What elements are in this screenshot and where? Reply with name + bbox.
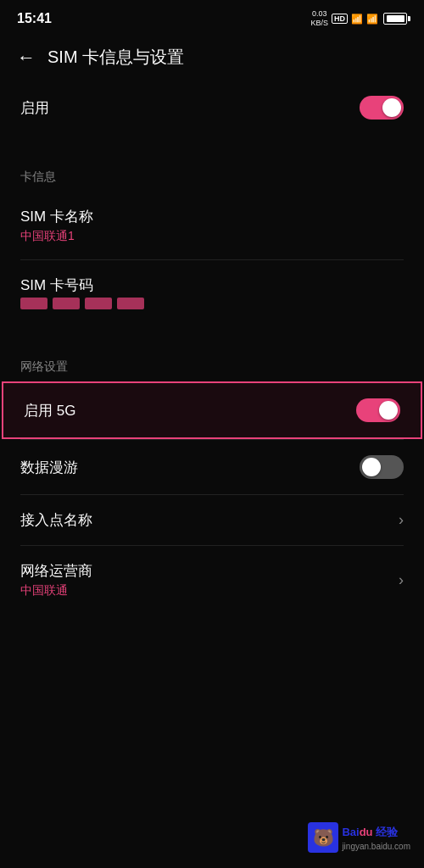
carrier-label: 网络运营商	[20, 561, 92, 581]
mask-block-3	[85, 298, 112, 309]
mask-block-4	[117, 298, 144, 309]
baidu-logo: 🐻 Baidu 经验 jingyan.baidu.com	[308, 822, 410, 853]
status-bar: 15:41 0.03 KB/S HD 📶 📶	[0, 0, 424, 34]
enable-5g-label: 启用 5G	[24, 401, 75, 420]
enable-5g-item: 启用 5G	[2, 381, 422, 439]
baidu-brand: Baidu 经验	[342, 825, 410, 840]
network-section: 网络设置	[0, 342, 424, 381]
back-button[interactable]: ←	[17, 47, 36, 69]
data-roaming-toggle[interactable]	[360, 455, 404, 479]
sim-name-group: SIM 卡名称 中国联通1	[20, 207, 93, 244]
status-time: 15:41	[17, 11, 52, 26]
baidu-text-group: Baidu 经验 jingyan.baidu.com	[342, 825, 410, 851]
data-roaming-item: 数据漫游	[0, 440, 424, 494]
apn-label: 接入点名称	[20, 510, 92, 530]
sim-number-label: SIM 卡号码	[20, 275, 144, 295]
apn-chevron-icon: ›	[399, 511, 404, 529]
sim-number-group: SIM 卡号码	[20, 275, 144, 309]
mask-block-1	[20, 298, 47, 309]
mask-block-2	[53, 298, 80, 309]
card-info-section: 卡信息	[0, 152, 424, 192]
carrier-chevron-icon: ›	[399, 571, 404, 589]
status-icons: 0.03 KB/S HD 📶 📶	[310, 9, 407, 28]
battery-icon	[383, 13, 407, 25]
enable-setting-item: 启用	[0, 81, 424, 135]
signal2-icon: 📶	[366, 14, 378, 25]
sim-number-masked	[20, 298, 144, 309]
carrier-value: 中国联通	[20, 583, 92, 598]
enable-5g-toggle[interactable]	[356, 398, 400, 422]
data-roaming-label: 数据漫游	[20, 458, 78, 477]
sim-number-item[interactable]: SIM 卡号码	[0, 260, 424, 325]
carrier-group: 网络运营商 中国联通	[20, 561, 92, 598]
baidu-bear-icon: 🐻	[308, 822, 338, 853]
data-speed: 0.03 KB/S	[310, 9, 328, 28]
sim-name-item[interactable]: SIM 卡名称 中国联通1	[0, 192, 424, 259]
carrier-item[interactable]: 网络运营商 中国联通 ›	[0, 546, 424, 614]
baidu-site: jingyan.baidu.com	[342, 842, 410, 851]
sim-name-label: SIM 卡名称	[20, 207, 93, 226]
hd-badge: HD	[332, 14, 348, 24]
sim-name-value: 中国联通1	[20, 229, 93, 244]
enable-label: 启用	[20, 98, 49, 118]
page-header: ← SIM 卡信息与设置	[0, 34, 424, 81]
network-section-title: 网络设置	[20, 359, 68, 373]
watermark: 🐻 Baidu 经验 jingyan.baidu.com	[308, 822, 410, 853]
signal1-icon: 📶	[351, 14, 363, 25]
card-info-section-title: 卡信息	[20, 170, 56, 183]
page-title: SIM 卡信息与设置	[47, 46, 184, 69]
apn-item[interactable]: 接入点名称 ›	[0, 495, 424, 545]
enable-toggle[interactable]	[360, 96, 404, 120]
